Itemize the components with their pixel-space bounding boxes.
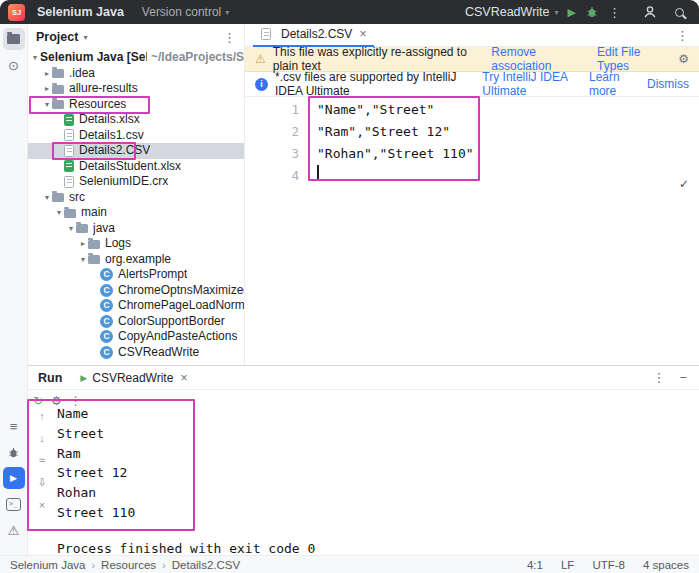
soft-wrap-icon[interactable]: ≈ <box>39 454 45 466</box>
console-output[interactable]: NameStreetRamStreet 12RohanStreet 110 <box>57 404 135 523</box>
tree-item-logs[interactable]: ▸Logs <box>28 236 244 252</box>
scroll-to-end-icon[interactable]: ⇩ <box>37 476 46 489</box>
class-icon: C <box>100 299 113 312</box>
debug-tool-icon[interactable] <box>3 441 25 463</box>
chevron-expanded-icon[interactable]: ▾ <box>30 50 40 66</box>
close-icon[interactable]: × <box>180 371 187 385</box>
remove-association-link[interactable]: Remove association <box>491 45 581 73</box>
chevron-down-icon[interactable]: ▾ <box>83 33 87 42</box>
tree-item-resources[interactable]: ▾Resources <box>28 97 244 113</box>
code-line-1[interactable]: 1"Name","Street" <box>245 99 699 121</box>
chevron-collapsed-icon[interactable]: ▸ <box>42 66 52 82</box>
tree-item-idea[interactable]: ▸.idea <box>28 66 244 82</box>
line-separator-widget[interactable]: LF <box>561 559 574 571</box>
project-panel-title[interactable]: Project <box>36 30 78 44</box>
learn-more-link[interactable]: Learn more <box>589 70 631 98</box>
clear-all-icon[interactable]: × <box>39 499 45 511</box>
warning-banner-text: This file was explicitly re-assigned to … <box>273 45 485 73</box>
tree-item-seleniumide-crx[interactable]: SeleniumIDE.crx <box>28 174 244 190</box>
close-icon[interactable]: × <box>359 27 366 41</box>
tree-item-csvreadwrite[interactable]: CCSVReadWrite <box>28 345 244 361</box>
tree-item-label: Details2.CSV <box>79 143 150 159</box>
code-area[interactable]: 1"Name","Street"2"Ram","Street 12"3"Roha… <box>245 97 699 187</box>
console-output-line: Name <box>57 404 135 424</box>
more-options-icon[interactable]: ⋮ <box>223 30 236 45</box>
breadcrumb-resources[interactable]: Resources <box>101 559 156 571</box>
chevron-expanded-icon[interactable]: ▾ <box>66 221 76 237</box>
run-tab-csvreadwrite[interactable]: ▶ CSVReadWrite × <box>76 366 191 390</box>
vcs-widget[interactable]: Version control ▾ <box>142 5 229 19</box>
run-panel: Run ▶ CSVReadWrite × ⋮ − ↻ ⚙ ⋮ ↑ ↓ ≈ ⇩ ×… <box>28 365 699 555</box>
breadcrumb-separator: › <box>91 559 95 571</box>
folder-icon <box>52 85 64 94</box>
tree-item-src[interactable]: ▾src <box>28 190 244 206</box>
search-icon[interactable] <box>671 4 687 20</box>
tree-item-chromepageloadnormal[interactable]: CChromePageLoadNormal <box>28 298 244 314</box>
run-tool-icon[interactable]: ▶ <box>3 467 25 489</box>
project-tool-icon[interactable] <box>3 28 25 50</box>
tree-item-allure-results[interactable]: ▸allure-results <box>28 81 244 97</box>
code-line-3[interactable]: 3"Rohan","Street 110" <box>245 143 699 165</box>
class-icon: C <box>100 268 113 281</box>
tree-item-label: DetailsStudent.xlsx <box>79 159 181 175</box>
structure-tool-icon[interactable]: ≡ <box>3 415 25 437</box>
left-tool-strip: ⊙ ≡ ▶ >_ ⚠ <box>0 24 28 555</box>
more-options-icon[interactable]: ⋮ <box>676 28 699 43</box>
tree-item-details1-csv[interactable]: Details1.csv <box>28 128 244 144</box>
code-line-4[interactable]: 4 <box>245 165 699 187</box>
tree-item-main[interactable]: ▾main <box>28 205 244 221</box>
indent-widget[interactable]: 4 spaces <box>643 559 689 571</box>
tree-item-chromeoptnsmaximized[interactable]: CChromeOptnsMaximized <box>28 283 244 299</box>
tree-item-details2-csv[interactable]: Details2.CSV <box>28 143 244 159</box>
editor-tab-details2csv[interactable]: Details2.CSV × <box>253 24 374 47</box>
tree-item-details-xlsx[interactable]: Details.xlsx <box>28 112 244 128</box>
user-account-icon[interactable] <box>642 4 658 20</box>
tree-item-label: CopyAndPasteActions <box>118 329 237 345</box>
console-output-line: Street 110 <box>57 503 135 523</box>
breadcrumb-project[interactable]: Selenium Java <box>10 559 85 571</box>
encoding-widget[interactable]: UTF-8 <box>592 559 625 571</box>
project-widget[interactable]: Selenium Java <box>37 5 124 19</box>
chevron-expanded-icon[interactable]: ▾ <box>54 205 64 221</box>
code-line-2[interactable]: 2"Ram","Street 12" <box>245 121 699 143</box>
inspections-check-icon[interactable]: ✓ <box>679 177 689 191</box>
tree-item-detailsstudent-xlsx[interactable]: DetailsStudent.xlsx <box>28 159 244 175</box>
console-output-line: Rohan <box>57 483 135 503</box>
app-logo[interactable]: SJ <box>8 4 25 21</box>
run-config-icon: ▶ <box>80 373 87 383</box>
tree-item-org-example[interactable]: ▾org.example <box>28 252 244 268</box>
tree-item-copyandpasteactions[interactable]: CCopyAndPasteActions <box>28 329 244 345</box>
try-ultimate-link[interactable]: Try IntelliJ IDEA Ultimate <box>482 70 573 98</box>
minimize-icon[interactable]: − <box>679 370 687 385</box>
caret-position-widget[interactable]: 4:1 <box>527 559 543 571</box>
breadcrumb-file[interactable]: Details2.CSV <box>172 559 240 571</box>
tree-item-alertsprompt[interactable]: CAlertsPrompt <box>28 267 244 283</box>
editor-lines: 1"Name","Street"2"Ram","Street 12"3"Roha… <box>245 99 699 187</box>
tree-item-colorsupportborder[interactable]: CColorSupportBorder <box>28 314 244 330</box>
rerun-icon[interactable]: ↻ <box>33 394 43 408</box>
chevron-collapsed-icon[interactable]: ▸ <box>42 81 52 97</box>
more-actions-icon[interactable]: ⋮ <box>608 5 621 20</box>
chevron-collapsed-icon[interactable]: ▸ <box>78 236 88 252</box>
problems-tool-icon[interactable]: ⚠ <box>3 519 25 541</box>
chevron-expanded-icon[interactable]: ▾ <box>78 252 88 268</box>
gear-icon[interactable]: ⚙ <box>678 52 689 66</box>
tree-item-java[interactable]: ▾java <box>28 221 244 237</box>
edit-file-types-link[interactable]: Edit File Types <box>597 45 662 73</box>
tree-item-selenium-java-seleniumjava[interactable]: ▾Selenium Java [SeleniumJava]~/IdeaProje… <box>28 50 244 66</box>
chevron-expanded-icon[interactable]: ▾ <box>42 97 52 113</box>
chevron-expanded-icon[interactable]: ▾ <box>42 190 52 206</box>
folder-icon <box>64 209 76 218</box>
more-options-icon[interactable]: ⋮ <box>652 370 665 385</box>
up-stack-icon[interactable]: ↑ <box>39 410 45 422</box>
tree-item-label: main <box>81 205 107 221</box>
run-button[interactable]: ▶ <box>568 6 576 19</box>
commit-tool-icon[interactable]: ⊙ <box>3 54 25 76</box>
down-stack-icon[interactable]: ↓ <box>39 432 45 444</box>
left-strip-bottom: ≡ ▶ >_ ⚠ <box>3 415 25 545</box>
debug-button[interactable] <box>585 5 599 19</box>
plain-text-warning-banner: ⚠ This file was explicitly re-assigned t… <box>245 47 699 72</box>
terminal-tool-icon[interactable]: >_ <box>3 493 25 515</box>
run-config-selector[interactable]: CSVReadWrite ▾ <box>465 5 559 19</box>
dismiss-link[interactable]: Dismiss <box>647 77 689 91</box>
